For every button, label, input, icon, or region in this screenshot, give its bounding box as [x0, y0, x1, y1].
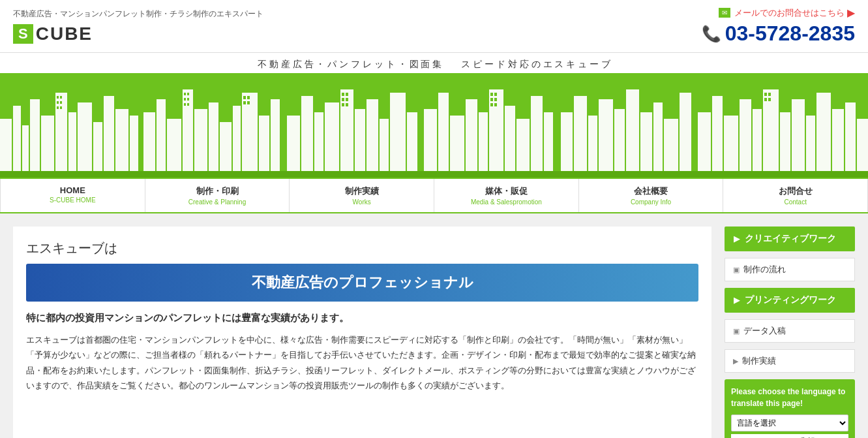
svg-rect-48	[390, 93, 406, 178]
svg-rect-7	[68, 112, 76, 178]
svg-rect-33	[187, 98, 189, 101]
nav-company-jp: 会社概要	[582, 185, 720, 197]
svg-rect-16	[60, 101, 62, 104]
svg-rect-84	[724, 116, 738, 178]
svg-rect-70	[490, 103, 493, 106]
svg-rect-31	[187, 93, 189, 95]
phone-text: 03-5728-2835	[725, 22, 855, 46]
sidebar-sub-flow[interactable]: ▣ 制作の流れ	[725, 258, 855, 281]
logo-s-letter: S	[13, 24, 33, 44]
svg-rect-4	[30, 99, 40, 178]
svg-rect-57	[438, 93, 449, 178]
sidebar-printing-label: プリンティングワーク	[745, 294, 836, 306]
nav-media[interactable]: 媒体・販促 Media & Salespromotion	[434, 179, 579, 212]
svg-rect-69	[494, 98, 497, 101]
lang-select[interactable]: 言語を選択 English 中文 한국어	[731, 415, 848, 431]
svg-rect-14	[60, 96, 62, 99]
svg-rect-25	[220, 122, 232, 178]
svg-rect-75	[599, 99, 613, 178]
phone-number: 📞 03-5728-2835	[702, 22, 855, 46]
svg-rect-29	[271, 99, 280, 178]
svg-rect-30	[184, 93, 186, 95]
svg-rect-47	[380, 119, 389, 178]
header: 不動産広告・マンションパンフレット制作・チラシ制作のエキスパート S CUBE …	[0, 0, 868, 53]
nav-home-jp: HOME	[4, 185, 142, 195]
content-left: エスキューブは 不動産広告のプロフェッショナル 特に都内の投資用マンションのパン…	[13, 227, 711, 438]
sidebar-printing-section[interactable]: ▶ プリンティングワーク	[725, 288, 855, 313]
svg-rect-60	[479, 112, 488, 178]
svg-rect-99	[0, 171, 868, 178]
svg-rect-68	[490, 98, 493, 101]
svg-rect-91	[816, 93, 831, 178]
svg-rect-36	[243, 96, 246, 99]
email-contact[interactable]: ✉ メールでのお問合せはこちら ▶	[702, 7, 855, 19]
svg-rect-5	[41, 116, 54, 178]
logo-cube-text: CUBE	[36, 23, 93, 44]
svg-rect-27	[242, 93, 258, 178]
sidebar-sub-flow-label: 制作の流れ	[743, 264, 786, 275]
arrow-icon: ▶	[847, 7, 855, 19]
svg-rect-63	[516, 119, 530, 178]
svg-rect-17	[57, 106, 59, 109]
nav-media-jp: 媒体・販促	[438, 185, 575, 197]
subnav-link-2[interactable]: ス ピ ー ド 対 応 の エ ス キ ュ ー ブ	[461, 59, 610, 70]
content-right: ▶ クリエイティブワーク ▣ 制作の流れ ▶ プリンティングワーク ▣ データ入…	[725, 227, 855, 438]
emphasis-line: 特に都内の投資用マンションのパンフレットには豊富な実績があります。	[26, 312, 698, 324]
svg-rect-78	[640, 112, 652, 178]
svg-rect-38	[243, 101, 246, 104]
body-text: エスキューブは首都圏の住宅・マンションパンフレットを中心に、様々な広告・制作需要…	[26, 332, 698, 394]
svg-rect-83	[712, 96, 723, 178]
sidebar-sub-data-label: データ入稿	[743, 325, 786, 337]
svg-rect-6	[55, 93, 67, 178]
lang-powered: Powered by Google 翻訳	[731, 434, 848, 438]
nav-contact-en: Contact	[726, 198, 864, 206]
svg-rect-90	[806, 116, 815, 178]
svg-rect-54	[342, 103, 344, 106]
nav-works[interactable]: 制作実績 Works	[290, 179, 434, 212]
svg-rect-9	[93, 122, 102, 178]
svg-rect-62	[505, 106, 515, 178]
skyline-svg	[0, 80, 868, 178]
sidebar-sub-data[interactable]: ▣ データ入稿	[725, 319, 855, 343]
svg-rect-66	[490, 93, 493, 96]
header-right: ✉ メールでのお問合せはこちら ▶ 📞 03-5728-2835	[702, 7, 855, 46]
svg-rect-55	[346, 103, 348, 106]
nav-home[interactable]: HOME S-CUBE HOME	[0, 179, 145, 212]
svg-rect-42	[314, 112, 323, 178]
svg-rect-79	[653, 102, 663, 178]
svg-rect-94	[857, 119, 868, 178]
sidebar-sub-works[interactable]: ▶ 制作実績	[725, 349, 855, 373]
svg-rect-74	[588, 116, 597, 178]
email-label: メールでのお問合せはこちら	[734, 7, 845, 19]
svg-rect-71	[494, 103, 497, 106]
subnav-link-1[interactable]: 不 動 産 広 告 ・ パ ン フ レ ッ ト ・ 図 面 集	[258, 59, 441, 70]
svg-rect-44	[340, 89, 353, 178]
svg-rect-41	[301, 96, 313, 178]
highlight-bar: 不動産広告のプロフェッショナル	[26, 264, 698, 302]
svg-rect-56	[424, 109, 437, 178]
svg-rect-19	[143, 112, 155, 178]
svg-rect-77	[626, 89, 639, 178]
svg-rect-20	[157, 99, 166, 178]
sub-icon-works: ▶	[733, 357, 738, 366]
sidebar-creative-section[interactable]: ▶ クリエイティブワーク	[725, 227, 855, 251]
svg-rect-43	[325, 102, 339, 178]
svg-rect-34	[184, 103, 186, 106]
svg-rect-23	[194, 109, 207, 178]
svg-rect-76	[614, 109, 625, 178]
svg-rect-21	[167, 119, 181, 178]
svg-rect-11	[115, 109, 128, 178]
svg-rect-12	[130, 116, 138, 178]
tagline: 不動産広告・マンションパンフレット制作・チラシ制作のエキスパート	[13, 8, 263, 20]
sidebar-sub-works-label: 制作実績	[742, 355, 776, 367]
svg-rect-10	[104, 96, 114, 178]
nav-contact[interactable]: お問合せ Contact	[723, 179, 868, 212]
svg-rect-32	[184, 98, 186, 101]
nav-creative[interactable]: 制作・印刷 Creative & Planning	[145, 179, 290, 212]
svg-rect-61	[489, 89, 503, 178]
phone-icon: 📞	[702, 25, 721, 43]
svg-rect-1	[0, 119, 12, 178]
nav-company[interactable]: 会社概要 Company Info	[579, 179, 724, 212]
svg-rect-80	[664, 119, 678, 178]
nav-contact-jp: お問合せ	[726, 185, 864, 197]
